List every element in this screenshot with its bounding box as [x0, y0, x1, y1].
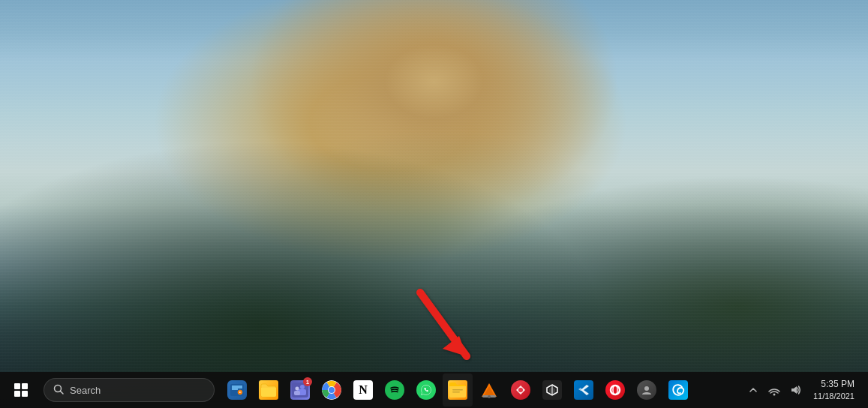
- desktop: Search: [0, 0, 868, 408]
- taskbar-app-whatsapp[interactable]: [411, 374, 441, 406]
- system-tray: 5:35 PM 11/18/2021: [744, 376, 865, 404]
- spotify-icon: [385, 380, 404, 400]
- svg-point-23: [613, 386, 617, 394]
- taskbar-app-opera[interactable]: [600, 374, 630, 406]
- taskbar-app-vlc[interactable]: [474, 374, 504, 406]
- teams-badge: 1: [303, 377, 312, 386]
- taskbar-app-bittorrent[interactable]: [506, 374, 536, 406]
- svg-rect-10: [294, 391, 300, 395]
- taskbar-app-file-explorer[interactable]: [254, 374, 284, 406]
- tray-network-icon[interactable]: [765, 376, 783, 404]
- svg-line-3: [61, 391, 64, 394]
- notion-icon: N: [353, 380, 373, 400]
- taskbar-app-user-profile[interactable]: [632, 374, 662, 406]
- taskbar-app-edge[interactable]: [663, 374, 693, 406]
- search-bar[interactable]: Search: [44, 378, 215, 402]
- taskbar-app-chrome[interactable]: [317, 374, 347, 406]
- svg-rect-14: [452, 389, 463, 391]
- svg-point-13: [329, 387, 335, 393]
- taskbar-app-vscode[interactable]: [569, 374, 599, 406]
- whatsapp-icon: [416, 380, 436, 400]
- taskbar-clock[interactable]: 5:35 PM 11/18/2021: [809, 377, 859, 403]
- taskbar: Search: [0, 372, 868, 408]
- start-button[interactable]: [5, 374, 38, 406]
- media-player-icon: [227, 380, 247, 400]
- taskbar-app-files[interactable]: [443, 374, 473, 406]
- clock-time: 5:35 PM: [821, 379, 854, 391]
- unity-icon: [542, 380, 562, 400]
- vscode-icon: [574, 380, 593, 400]
- svg-point-18: [518, 388, 523, 392]
- svg-point-9: [296, 387, 299, 391]
- user-profile-icon: [637, 380, 656, 400]
- svg-point-25: [773, 394, 775, 396]
- taskbar-app-unity[interactable]: [537, 374, 567, 406]
- taskbar-app-teams[interactable]: 1: [285, 374, 315, 406]
- taskbar-app-notion[interactable]: N: [348, 374, 378, 406]
- svg-rect-15: [452, 392, 460, 393]
- tray-up-arrow[interactable]: [744, 376, 762, 404]
- opera-icon: [605, 380, 625, 400]
- vlc-icon: [479, 380, 499, 400]
- windows-logo-icon: [14, 383, 28, 397]
- clock-date: 11/18/2021: [813, 391, 854, 401]
- red-arrow-icon: [413, 285, 488, 375]
- files-icon: [448, 380, 467, 400]
- file-explorer-icon: [259, 380, 278, 400]
- tray-volume-icon[interactable]: [786, 376, 804, 404]
- search-label: Search: [70, 385, 101, 396]
- chrome-icon: [322, 380, 341, 400]
- svg-point-22: [611, 386, 620, 394]
- search-icon: [53, 384, 64, 397]
- svg-point-17: [488, 395, 491, 398]
- svg-point-24: [644, 386, 649, 391]
- taskbar-apps: 1: [222, 374, 693, 406]
- svg-point-7: [300, 385, 305, 389]
- edge-icon: [668, 380, 688, 400]
- taskbar-app-spotify[interactable]: [380, 374, 410, 406]
- taskbar-app-media-player[interactable]: [222, 374, 252, 406]
- bittorrent-icon: [511, 380, 530, 400]
